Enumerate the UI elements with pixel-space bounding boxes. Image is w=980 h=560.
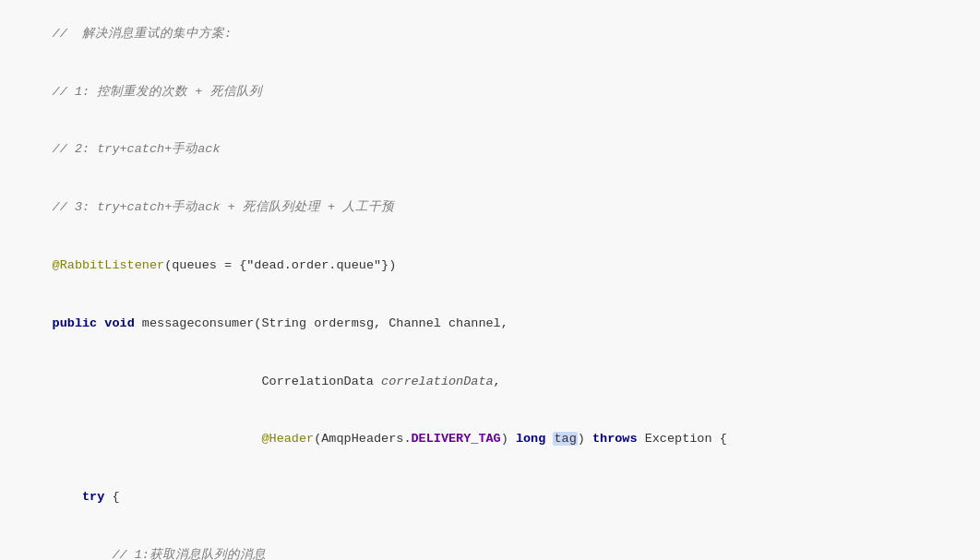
annotation-header: @Header	[261, 432, 314, 446]
annotation-rabbitlistener: @RabbitListener	[53, 258, 165, 272]
comment-text-2: // 1: 控制重发的次数 + 死信队列	[53, 85, 262, 99]
keyword-try: try	[82, 490, 104, 504]
code-line-8: @Header(AmqpHeaders.DELIVERY_TAG) long t…	[0, 411, 980, 469]
keyword-throws: throws	[592, 432, 638, 446]
code-text-8c: )	[501, 432, 516, 446]
comment-text-10: // 1:获取消息队列的消息	[112, 548, 266, 560]
code-line-2: // 1: 控制重发的次数 + 死信队列	[0, 64, 980, 122]
code-line-1: // 解决消息重试的集中方案:	[0, 6, 980, 64]
code-text-9: {	[104, 490, 119, 504]
comment-text-4: // 3: try+catch+手动ack + 死信队列处理 + 人工干预	[53, 200, 395, 214]
keyword-public: public	[53, 316, 98, 330]
const-delivery-tag: DELIVERY_TAG	[412, 432, 501, 446]
code-text-5b: (queues = {"dead.order.queue"})	[164, 258, 396, 272]
code-line-4: // 3: try+catch+手动ack + 死信队列处理 + 人工干预	[0, 179, 980, 237]
code-text-8f: Exception {	[638, 432, 727, 446]
indent-10	[53, 548, 113, 560]
keyword-void: void	[104, 316, 134, 330]
code-line-10: // 1:获取消息队列的消息	[0, 527, 980, 560]
code-text-7: CorrelationData correlationData,	[53, 375, 501, 388]
indent-9	[53, 490, 82, 504]
code-line-9: try {	[0, 469, 980, 527]
code-text-8b: (AmqpHeaders.	[314, 432, 411, 446]
code-line-6: public void messageconsumer(String order…	[0, 295, 980, 353]
code-container: // 解决消息重试的集中方案: // 1: 控制重发的次数 + 死信队列 // …	[0, 0, 980, 560]
code-line-3: // 2: try+catch+手动ack	[0, 122, 980, 180]
code-space2: messageconsumer(String ordermsg, Channel…	[135, 316, 508, 330]
highlight-tag: tag	[553, 432, 577, 446]
code-text-8e: )	[578, 432, 592, 446]
code-line-7: CorrelationData correlationData,	[0, 353, 980, 411]
code-line-5: @RabbitListener(queues = {"dead.order.qu…	[0, 237, 980, 295]
comment-text-3: // 2: try+catch+手动ack	[53, 142, 221, 156]
code-text-8a	[53, 432, 262, 446]
comment-text-1: // 解决消息重试的集中方案:	[53, 27, 233, 41]
keyword-long: long	[516, 432, 545, 446]
